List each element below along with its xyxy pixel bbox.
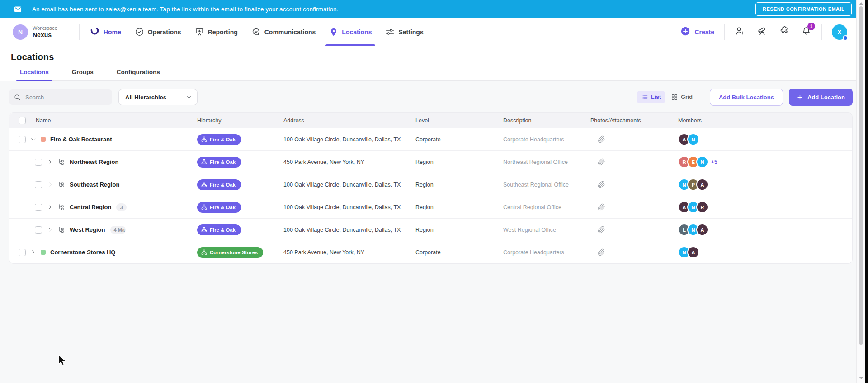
sitemap-icon: [201, 204, 207, 210]
expand-icon[interactable]: [47, 159, 53, 165]
table-row[interactable]: Cornerstone Stores HQCornerstone Stores4…: [9, 241, 852, 263]
add-bulk-locations-button[interactable]: Add Bulk Locations: [710, 89, 783, 106]
nav-item-communications[interactable]: Communications: [251, 18, 316, 46]
members-cell: NA: [678, 246, 852, 258]
level-cell: Region: [415, 227, 503, 233]
table-row[interactable]: Central Region3Fire & Oak100 Oak Village…: [9, 196, 852, 218]
divider: [724, 24, 725, 40]
paperclip-icon[interactable]: [590, 135, 605, 143]
integrations-button[interactable]: [779, 26, 789, 38]
search-box[interactable]: [9, 89, 112, 105]
select-all-checkbox[interactable]: [19, 117, 26, 124]
expand-icon[interactable]: [47, 227, 53, 233]
scroll-up-arrow[interactable]: [859, 2, 863, 5]
hierarchy-pill[interactable]: Fire & Oak: [197, 202, 241, 213]
member-avatar: A: [696, 178, 708, 191]
scrollbar-thumb[interactable]: [859, 6, 863, 345]
search-icon: [14, 93, 21, 101]
address-cell: 100 Oak Village Circle, Duncanville, Dal…: [283, 182, 415, 188]
member-avatar: A: [687, 246, 699, 258]
invite-user-button[interactable]: [735, 26, 745, 38]
hierarchy-pill[interactable]: Cornerstone Stores: [197, 247, 263, 258]
table-header-cell: Members: [678, 117, 852, 124]
page-header: Locations LocationsGroupsConfigurations: [0, 46, 856, 81]
collapse-icon[interactable]: [30, 136, 36, 142]
presentation-icon: [195, 27, 204, 37]
members-cell: LNA: [678, 224, 852, 236]
hierarchy-pill[interactable]: Fire & Oak: [197, 179, 241, 190]
table-row[interactable]: Fire & Oak RestaurantFire & Oak100 Oak V…: [9, 128, 852, 150]
hierarchy-pill[interactable]: Fire & Oak: [197, 157, 241, 168]
location-count-badge: 4 Ma: [110, 226, 126, 234]
table-row[interactable]: Southeast RegionFire & Oak100 Oak Villag…: [9, 173, 852, 196]
table-row[interactable]: West Region4 MaFire & Oak100 Oak Village…: [9, 218, 852, 241]
telescope-icon: [757, 26, 767, 38]
row-checkbox[interactable]: [35, 181, 42, 188]
level-cell: Region: [415, 204, 503, 210]
location-name: West Region: [70, 226, 105, 233]
members-more-count: +5: [711, 159, 717, 165]
nav-item-locations[interactable]: Locations: [329, 18, 372, 46]
plus-circle-icon: [680, 26, 690, 37]
add-location-button[interactable]: Add Location: [789, 89, 853, 106]
online-status-dot: [843, 35, 848, 41]
location-name: Southeast Region: [70, 181, 120, 188]
row-checkbox[interactable]: [19, 249, 26, 256]
banner-message: An email has been sent to sales@xenia.te…: [32, 6, 339, 13]
tab-configurations[interactable]: Configurations: [115, 69, 162, 80]
nav-item-home[interactable]: Home: [90, 18, 121, 46]
nav-item-settings[interactable]: Settings: [385, 18, 423, 46]
table-header-cell: Photos/Attachments: [590, 117, 678, 124]
resend-confirmation-email-button[interactable]: RESEND CONFIRMATION EMAIL: [755, 2, 852, 16]
expand-icon[interactable]: [47, 204, 53, 210]
sliders-icon: [385, 27, 395, 37]
column-label: Description: [503, 117, 532, 124]
hierarchy-label: Cornerstone Stores: [210, 250, 258, 255]
paperclip-icon[interactable]: [590, 248, 605, 256]
paperclip-icon[interactable]: [590, 226, 605, 234]
hierarchy-filter-select[interactable]: All Hierarchies: [118, 89, 198, 105]
check-circle-icon: [135, 27, 144, 37]
level-cell: Corporate: [415, 249, 503, 256]
workspace-switcher[interactable]: N Workspace Nexus: [13, 24, 69, 40]
hierarchy-pill[interactable]: Fire & Oak: [197, 134, 241, 145]
expand-icon[interactable]: [47, 182, 53, 187]
search-input[interactable]: [25, 94, 108, 101]
puzzle-icon: [779, 26, 789, 38]
table-header-cell: Level: [415, 117, 503, 124]
user-avatar[interactable]: X: [832, 24, 847, 40]
scroll-down-arrow[interactable]: [859, 377, 863, 379]
grid-view-button[interactable]: Grid: [667, 91, 697, 103]
nav-item-operations[interactable]: Operations: [135, 18, 181, 46]
tab-locations[interactable]: Locations: [18, 69, 51, 80]
table-header-cell: Name: [9, 117, 197, 124]
location-color-icon: [41, 250, 46, 255]
list-icon: [641, 93, 648, 101]
name-cell: Central Region3: [9, 203, 197, 211]
row-checkbox[interactable]: [35, 204, 42, 211]
create-button[interactable]: Create: [680, 26, 714, 37]
notification-badge: 1: [807, 23, 815, 30]
column-label: Photos/Attachments: [590, 117, 641, 124]
row-checkbox[interactable]: [35, 159, 42, 166]
paperclip-icon[interactable]: [590, 181, 605, 188]
notifications-button[interactable]: 1: [801, 26, 811, 38]
row-checkbox[interactable]: [19, 136, 26, 143]
view-toggle: List Grid: [637, 91, 697, 103]
expand-icon[interactable]: [30, 249, 36, 255]
hierarchy-label: Fire & Oak: [210, 227, 236, 233]
hierarchy-label: Fire & Oak: [210, 159, 236, 165]
tab-groups[interactable]: Groups: [70, 69, 95, 80]
table-row[interactable]: Northeast RegionFire & Oak450 Park Avenu…: [9, 150, 852, 173]
nav-item-reporting[interactable]: Reporting: [195, 18, 238, 46]
paperclip-icon[interactable]: [590, 203, 605, 211]
hierarchy-pill[interactable]: Fire & Oak: [197, 224, 241, 235]
description-cell: Southeast Regional Office: [503, 182, 590, 188]
row-checkbox[interactable]: [35, 226, 42, 234]
paperclip-icon[interactable]: [590, 158, 605, 166]
table-body: Fire & Oak RestaurantFire & Oak100 Oak V…: [9, 128, 852, 263]
list-view-button[interactable]: List: [637, 91, 665, 103]
location-name: Cornerstone Stores HQ: [50, 249, 115, 256]
hierarchy-label: Fire & Oak: [210, 137, 236, 142]
discover-button[interactable]: [757, 26, 767, 38]
